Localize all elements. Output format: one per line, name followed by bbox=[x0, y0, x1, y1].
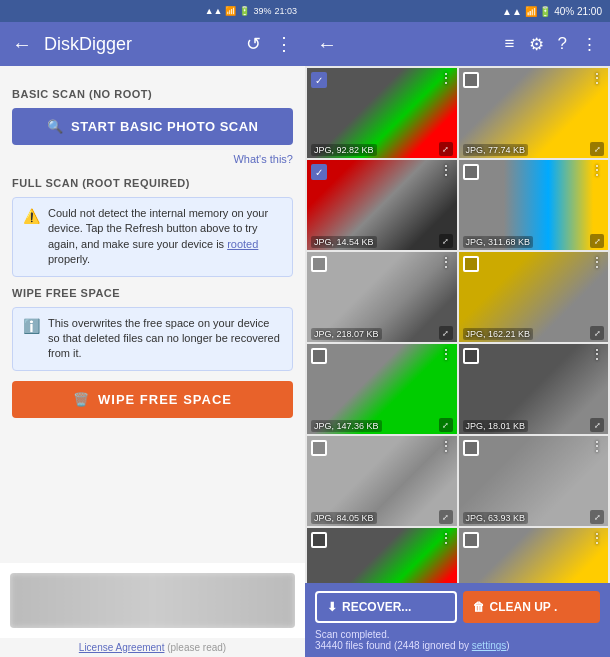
photo-checkbox-11[interactable] bbox=[463, 532, 479, 548]
wipe-button[interactable]: 🗑️ WIPE FREE SPACE bbox=[12, 381, 293, 418]
help-icon[interactable]: ? bbox=[558, 34, 567, 54]
refresh-icon[interactable]: ↺ bbox=[246, 33, 261, 55]
photo-expand-5[interactable]: ⤢ bbox=[590, 326, 604, 340]
photo-menu-dots-6[interactable]: ⋮ bbox=[439, 346, 453, 362]
photo-checkbox-1[interactable] bbox=[463, 72, 479, 88]
photo-expand-0[interactable]: ⤢ bbox=[439, 142, 453, 156]
photo-label-0: JPG, 92.82 KB bbox=[311, 144, 377, 156]
info-icon: ℹ️ bbox=[23, 317, 40, 337]
photo-item-3[interactable]: JPG, 311.68 KB⋮⤢ bbox=[459, 160, 609, 250]
photo-menu-dots-4[interactable]: ⋮ bbox=[439, 254, 453, 270]
photo-label-7: JPG, 18.01 KB bbox=[463, 420, 529, 432]
photo-label-1: JPG, 77.74 KB bbox=[463, 144, 529, 156]
battery-icon: 🔋 bbox=[239, 6, 250, 16]
photo-expand-1[interactable]: ⤢ bbox=[590, 142, 604, 156]
photo-checkbox-9[interactable] bbox=[463, 440, 479, 456]
photo-expand-8[interactable]: ⤢ bbox=[439, 510, 453, 524]
left-status-icons: ▲▲ 📶 🔋 39% 21:03 bbox=[205, 6, 297, 16]
toolbar-icons: ↺ ⋮ bbox=[246, 33, 293, 55]
license-note: (please read) bbox=[164, 642, 226, 653]
photo-menu-dots-5[interactable]: ⋮ bbox=[590, 254, 604, 270]
photo-menu-dots-3[interactable]: ⋮ bbox=[590, 162, 604, 178]
rooted-link[interactable]: rooted bbox=[227, 238, 258, 250]
left-panel: ▲▲ 📶 🔋 39% 21:03 ← DiskDigger ↺ ⋮ BASIC … bbox=[0, 0, 305, 657]
full-scan-title: FULL SCAN (ROOT REQUIRED) bbox=[12, 177, 293, 189]
photo-label-6: JPG, 147.36 KB bbox=[311, 420, 382, 432]
right-status-bar: ▲▲ 📶 🔋 40% 21:00 bbox=[305, 0, 610, 22]
wipe-section-title: WIPE FREE SPACE bbox=[12, 287, 293, 299]
photo-item-10[interactable]: JPG, 63.37 KB⋮⤢ bbox=[307, 528, 457, 583]
photo-menu-dots-0[interactable]: ⋮ bbox=[439, 70, 453, 86]
photo-item-11[interactable]: JPG, 69.59 KB⋮⤢ bbox=[459, 528, 609, 583]
photo-menu-dots-2[interactable]: ⋮ bbox=[439, 162, 453, 178]
photo-checkbox-4[interactable] bbox=[311, 256, 327, 272]
photo-checkbox-6[interactable] bbox=[311, 348, 327, 364]
photo-expand-9[interactable]: ⤢ bbox=[590, 510, 604, 524]
wipe-info-box: ℹ️ This overwrites the free space on you… bbox=[12, 307, 293, 371]
photo-menu-dots-8[interactable]: ⋮ bbox=[439, 438, 453, 454]
photo-item-4[interactable]: JPG, 218.07 KB⋮⤢ bbox=[307, 252, 457, 342]
photo-label-4: JPG, 218.07 KB bbox=[311, 328, 382, 340]
overflow-menu-icon[interactable]: ⋮ bbox=[275, 33, 293, 55]
photo-item-7[interactable]: JPG, 18.01 KB⋮⤢ bbox=[459, 344, 609, 434]
photo-menu-dots-9[interactable]: ⋮ bbox=[590, 438, 604, 454]
photo-item-1[interactable]: JPG, 77.74 KB⋮⤢ bbox=[459, 68, 609, 158]
recover-button[interactable]: ⬇ RECOVER... bbox=[315, 591, 457, 623]
wipe-info-text: This overwrites the free space on your d… bbox=[48, 316, 282, 362]
r-back-button[interactable]: ← bbox=[317, 33, 337, 56]
photo-checkbox-7[interactable] bbox=[463, 348, 479, 364]
photo-checkbox-2[interactable] bbox=[311, 164, 327, 180]
basic-scan-button[interactable]: 🔍 START BASIC PHOTO SCAN bbox=[12, 108, 293, 145]
photo-label-9: JPG, 63.93 KB bbox=[463, 512, 529, 524]
left-toolbar: ← DiskDigger ↺ ⋮ bbox=[0, 22, 305, 66]
photo-item-9[interactable]: JPG, 63.93 KB⋮⤢ bbox=[459, 436, 609, 526]
r-battery-icon: 🔋 bbox=[539, 6, 551, 17]
scan-status: Scan completed. 34440 files found (2448 … bbox=[315, 627, 600, 653]
photo-menu-dots-11[interactable]: ⋮ bbox=[590, 530, 604, 546]
photo-item-8[interactable]: JPG, 84.05 KB⋮⤢ bbox=[307, 436, 457, 526]
settings-icon[interactable]: ⚙ bbox=[529, 34, 544, 55]
basic-scan-title: BASIC SCAN (NO ROOT) bbox=[12, 88, 293, 100]
photo-item-5[interactable]: JPG, 162.21 KB⋮⤢ bbox=[459, 252, 609, 342]
photo-checkbox-5[interactable] bbox=[463, 256, 479, 272]
back-button[interactable]: ← bbox=[12, 33, 32, 56]
cleanup-button[interactable]: 🗑 CLEAN UP . bbox=[463, 591, 601, 623]
photo-item-6[interactable]: JPG, 147.36 KB⋮⤢ bbox=[307, 344, 457, 434]
left-status-bar: ▲▲ 📶 🔋 39% 21:03 bbox=[0, 0, 305, 22]
fire-icon: 🗑 bbox=[473, 600, 485, 614]
photo-menu-dots-10[interactable]: ⋮ bbox=[439, 530, 453, 546]
photo-expand-2[interactable]: ⤢ bbox=[439, 234, 453, 248]
ad-content bbox=[10, 573, 295, 628]
whats-this-container: What's this? bbox=[12, 149, 293, 167]
photo-checkbox-10[interactable] bbox=[311, 532, 327, 548]
photo-expand-3[interactable]: ⤢ bbox=[590, 234, 604, 248]
photo-menu-dots-1[interactable]: ⋮ bbox=[590, 70, 604, 86]
photo-grid: JPG, 92.82 KB⋮⤢JPG, 77.74 KB⋮⤢JPG, 14.54… bbox=[305, 66, 610, 583]
wifi-icon: 📶 bbox=[225, 6, 236, 16]
photo-checkbox-3[interactable] bbox=[463, 164, 479, 180]
filter-icon[interactable]: ≡ bbox=[505, 34, 515, 54]
photo-expand-7[interactable]: ⤢ bbox=[590, 418, 604, 432]
license-link[interactable]: License Agreement bbox=[79, 642, 165, 653]
app-title: DiskDigger bbox=[44, 34, 234, 55]
left-content: BASIC SCAN (NO ROOT) 🔍 START BASIC PHOTO… bbox=[0, 66, 305, 563]
photo-expand-6[interactable]: ⤢ bbox=[439, 418, 453, 432]
photo-item-2[interactable]: JPG, 14.54 KB⋮⤢ bbox=[307, 160, 457, 250]
photo-checkbox-0[interactable] bbox=[311, 72, 327, 88]
warning-icon: ⚠️ bbox=[23, 207, 40, 227]
r-signal-icon: ▲▲ bbox=[502, 6, 522, 17]
ad-banner bbox=[10, 573, 295, 628]
photo-item-0[interactable]: JPG, 92.82 KB⋮⤢ bbox=[307, 68, 457, 158]
photo-menu-dots-7[interactable]: ⋮ bbox=[590, 346, 604, 362]
settings-link[interactable]: settings bbox=[472, 640, 506, 651]
time-display: 21:03 bbox=[274, 6, 297, 16]
full-scan-alert: ⚠️ Could not detect the internal memory … bbox=[12, 197, 293, 277]
whats-this-link[interactable]: What's this? bbox=[233, 153, 293, 165]
photo-expand-4[interactable]: ⤢ bbox=[439, 326, 453, 340]
photo-checkbox-8[interactable] bbox=[311, 440, 327, 456]
r-overflow-menu-icon[interactable]: ⋮ bbox=[581, 34, 598, 55]
right-status-icons: ▲▲ 📶 🔋 40% 21:00 bbox=[502, 6, 602, 17]
search-icon: 🔍 bbox=[47, 119, 64, 134]
signal-icon: ▲▲ bbox=[205, 6, 223, 16]
photo-label-8: JPG, 84.05 KB bbox=[311, 512, 377, 524]
